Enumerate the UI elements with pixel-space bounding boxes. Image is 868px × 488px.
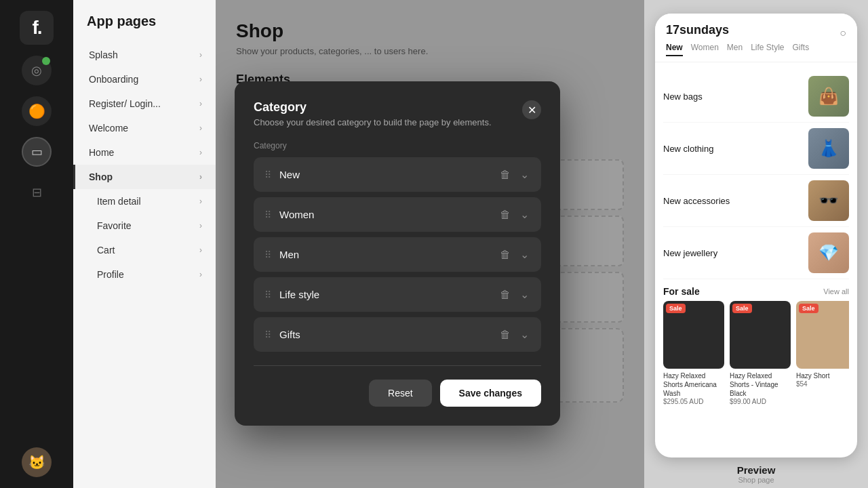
drag-handle-icon: ⠿ [264,289,271,300]
nav-theme[interactable]: 🟠 [22,96,52,126]
sidebar-item-profile[interactable]: Profile › [73,262,216,287]
category-item-men[interactable]: ⠿ Men 🗑 ⌄ [254,237,541,272]
user-avatar[interactable]: 🐱 [22,447,52,477]
sidebar-item-onboarding[interactable]: Onboarding › [73,67,216,92]
save-changes-button[interactable]: Save changes [440,380,541,407]
nav-layers[interactable]: ⊟ [22,178,52,207]
category-actions: 🗑 ⌄ [498,327,530,342]
dialog-divider [254,365,541,366]
product-name: New bags [663,92,808,102]
category-actions: 🗑 ⌄ [498,287,530,302]
sale-item-price: $295.05 AUD [663,398,724,405]
sale-item-name: Hazy Short [796,371,849,380]
preview-panel: 17sundays ○ New Women Men Life Style Gif… [644,0,868,488]
phone-tab-new[interactable]: New [666,43,683,56]
sale-item: Sale Hazy Short $54 [796,301,849,405]
sale-badge: Sale [732,304,752,313]
chevron-icon: › [199,197,202,206]
sale-item-price: $54 [796,380,849,388]
sidebar-item-register[interactable]: Register/ Login... › [73,92,216,116]
sidebar-label: Onboarding [89,74,138,85]
sidebar-title: App pages [73,14,216,43]
delete-category-button[interactable]: 🗑 [498,167,512,182]
category-item-new[interactable]: ⠿ New 🗑 ⌄ [254,157,541,192]
chevron-down-icon: ⌄ [520,168,529,181]
nav-bar: f. ◎ 🟠 ▭ ⊟ 🐱 [0,0,73,488]
phone-tabs: New Women Men Life Style Gifts [666,43,846,56]
sidebar-item-splash[interactable]: Splash › [73,43,216,67]
category-name: Gifts [279,329,490,340]
sidebar-item-favorite[interactable]: Favorite › [73,214,216,238]
sidebar-label: Profile [97,269,124,280]
sidebar-item-home[interactable]: Home › [73,140,216,165]
delete-icon: 🗑 [500,169,511,181]
sidebar-item-item-detail[interactable]: Item detail › [73,189,216,214]
phone-tab-lifestyle[interactable]: Life Style [751,43,784,56]
dialog-header-text: Category Choose your desired category to… [254,100,492,127]
for-sale-header: For sale View all [663,279,849,301]
app-logo[interactable]: f. [20,11,54,45]
drag-handle-icon: ⠿ [264,209,271,220]
sidebar-label: Item detail [97,196,141,207]
phone-tab-women[interactable]: Women [691,43,719,56]
preview-subtitle: Shop page [737,476,776,484]
sidebar-label: Welcome [89,123,128,134]
dialog-section-label: Category [254,141,541,150]
sidebar-item-shop[interactable]: Shop › [73,165,216,189]
category-item-women[interactable]: ⠿ Women 🗑 ⌄ [254,197,541,232]
drag-handle-icon: ⠿ [264,249,271,260]
drag-handle-icon: ⠿ [264,169,271,180]
sale-badge: Sale [799,304,818,313]
phone-content: New bags 👜 New clothing 👗 New accessorie… [655,62,857,452]
phone-frame: 17sundays ○ New Women Men Life Style Gif… [655,14,857,458]
product-image: 💎 [808,232,849,273]
category-item-gifts[interactable]: ⠿ Gifts 🗑 ⌄ [254,317,541,352]
chevron-icon: › [199,245,202,255]
notification-badge [42,57,50,65]
sale-item-name: Hazy Relaxed Shorts Americana Wash [663,371,724,398]
chevron-icon: › [199,221,202,230]
dialog-title: Category [254,100,492,115]
sidebar-label: Favorite [97,220,132,231]
expand-category-button[interactable]: ⌄ [519,287,530,302]
sidebar-label: Cart [97,245,115,256]
delete-category-button[interactable]: 🗑 [498,287,512,302]
dialog-header: Category Choose your desired category to… [254,100,541,127]
sidebar-item-welcome[interactable]: Welcome › [73,116,216,140]
delete-category-button[interactable]: 🗑 [498,207,512,222]
expand-category-button[interactable]: ⌄ [519,207,530,222]
category-list: ⠿ New 🗑 ⌄ ⠿ Women 🗑 [254,157,541,352]
category-name: Life style [279,289,490,300]
chevron-icon: › [199,99,202,108]
dialog-subtitle: Choose your desired category to build th… [254,117,492,127]
expand-category-button[interactable]: ⌄ [519,247,530,262]
chevron-down-icon: ⌄ [520,328,529,341]
dialog-close-button[interactable]: ✕ [522,100,541,119]
expand-category-button[interactable]: ⌄ [519,167,530,182]
product-name: New jewellery [663,248,808,258]
delete-category-button[interactable]: 🗑 [498,247,512,262]
delete-icon: 🗑 [500,289,511,301]
product-row: New jewellery 💎 [663,227,849,279]
sidebar-item-cart[interactable]: Cart › [73,238,216,262]
search-icon[interactable]: ○ [840,27,846,39]
category-item-lifestyle[interactable]: ⠿ Life style 🗑 ⌄ [254,277,541,312]
expand-category-button[interactable]: ⌄ [519,327,530,342]
product-image: 👗 [808,128,849,169]
sale-item-image: Sale [796,301,849,369]
phone-tab-gifts[interactable]: Gifts [793,43,810,56]
nav-notifications[interactable]: ◎ [22,56,52,85]
nav-pages[interactable]: ▭ [22,137,52,167]
view-all-link[interactable]: View all [823,287,849,296]
product-name: New accessories [663,196,808,206]
category-name: New [279,169,490,180]
reset-button[interactable]: Reset [369,380,432,407]
category-actions: 🗑 ⌄ [498,207,530,222]
delete-category-button[interactable]: 🗑 [498,327,512,342]
sale-item-name: Hazy Relaxed Shorts - Vintage Black [730,371,791,398]
phone-tab-men[interactable]: Men [727,43,743,56]
category-name: Men [279,249,490,260]
drag-handle-icon: ⠿ [264,329,271,340]
delete-icon: 🗑 [500,329,511,341]
sale-items: Sale Hazy Relaxed Shorts Americana Wash … [663,301,849,405]
